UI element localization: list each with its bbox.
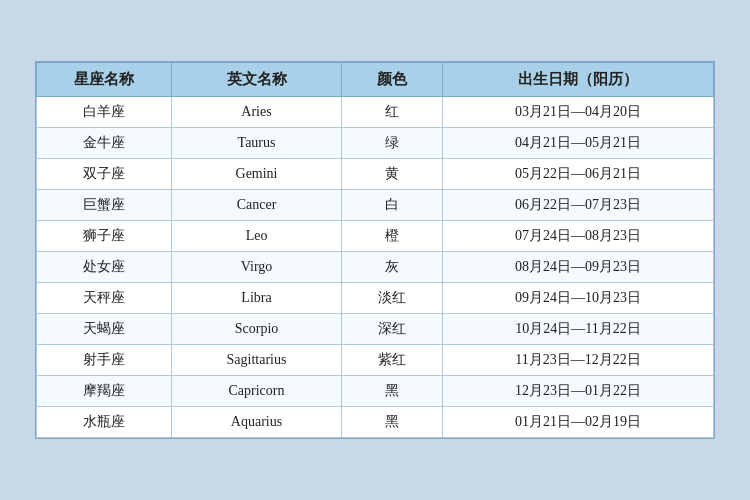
cell-color: 淡红 <box>341 283 443 314</box>
cell-english-name: Virgo <box>172 252 341 283</box>
cell-color: 红 <box>341 97 443 128</box>
cell-chinese-name: 双子座 <box>37 159 172 190</box>
cell-chinese-name: 射手座 <box>37 345 172 376</box>
cell-birthdate: 11月23日—12月22日 <box>443 345 714 376</box>
table-row: 天秤座Libra淡红09月24日—10月23日 <box>37 283 714 314</box>
table-row: 天蝎座Scorpio深红10月24日—11月22日 <box>37 314 714 345</box>
cell-color: 绿 <box>341 128 443 159</box>
cell-chinese-name: 狮子座 <box>37 221 172 252</box>
table-row: 水瓶座Aquarius黑01月21日—02月19日 <box>37 407 714 438</box>
zodiac-table-container: 星座名称 英文名称 颜色 出生日期（阳历） 白羊座Aries红03月21日—04… <box>35 61 715 439</box>
cell-color: 白 <box>341 190 443 221</box>
cell-birthdate: 05月22日—06月21日 <box>443 159 714 190</box>
table-row: 巨蟹座Cancer白06月22日—07月23日 <box>37 190 714 221</box>
cell-birthdate: 03月21日—04月20日 <box>443 97 714 128</box>
table-row: 白羊座Aries红03月21日—04月20日 <box>37 97 714 128</box>
cell-birthdate: 12月23日—01月22日 <box>443 376 714 407</box>
cell-color: 橙 <box>341 221 443 252</box>
table-row: 射手座Sagittarius紫红11月23日—12月22日 <box>37 345 714 376</box>
cell-color: 黄 <box>341 159 443 190</box>
cell-chinese-name: 金牛座 <box>37 128 172 159</box>
header-chinese-name: 星座名称 <box>37 63 172 97</box>
header-birthdate: 出生日期（阳历） <box>443 63 714 97</box>
cell-color: 黑 <box>341 407 443 438</box>
header-english-name: 英文名称 <box>172 63 341 97</box>
cell-english-name: Leo <box>172 221 341 252</box>
cell-chinese-name: 摩羯座 <box>37 376 172 407</box>
cell-color: 黑 <box>341 376 443 407</box>
cell-color: 紫红 <box>341 345 443 376</box>
cell-chinese-name: 处女座 <box>37 252 172 283</box>
cell-english-name: Capricorn <box>172 376 341 407</box>
cell-birthdate: 10月24日—11月22日 <box>443 314 714 345</box>
cell-english-name: Taurus <box>172 128 341 159</box>
cell-birthdate: 06月22日—07月23日 <box>443 190 714 221</box>
header-color: 颜色 <box>341 63 443 97</box>
cell-birthdate: 08月24日—09月23日 <box>443 252 714 283</box>
table-row: 摩羯座Capricorn黑12月23日—01月22日 <box>37 376 714 407</box>
cell-english-name: Aries <box>172 97 341 128</box>
table-row: 金牛座Taurus绿04月21日—05月21日 <box>37 128 714 159</box>
zodiac-table: 星座名称 英文名称 颜色 出生日期（阳历） 白羊座Aries红03月21日—04… <box>36 62 714 438</box>
table-row: 处女座Virgo灰08月24日—09月23日 <box>37 252 714 283</box>
cell-birthdate: 07月24日—08月23日 <box>443 221 714 252</box>
cell-birthdate: 09月24日—10月23日 <box>443 283 714 314</box>
cell-english-name: Libra <box>172 283 341 314</box>
cell-chinese-name: 白羊座 <box>37 97 172 128</box>
cell-chinese-name: 天秤座 <box>37 283 172 314</box>
cell-color: 深红 <box>341 314 443 345</box>
cell-birthdate: 01月21日—02月19日 <box>443 407 714 438</box>
table-row: 双子座Gemini黄05月22日—06月21日 <box>37 159 714 190</box>
cell-english-name: Cancer <box>172 190 341 221</box>
cell-english-name: Gemini <box>172 159 341 190</box>
cell-chinese-name: 水瓶座 <box>37 407 172 438</box>
cell-english-name: Aquarius <box>172 407 341 438</box>
table-row: 狮子座Leo橙07月24日—08月23日 <box>37 221 714 252</box>
table-header-row: 星座名称 英文名称 颜色 出生日期（阳历） <box>37 63 714 97</box>
cell-birthdate: 04月21日—05月21日 <box>443 128 714 159</box>
cell-chinese-name: 天蝎座 <box>37 314 172 345</box>
cell-english-name: Scorpio <box>172 314 341 345</box>
cell-chinese-name: 巨蟹座 <box>37 190 172 221</box>
cell-color: 灰 <box>341 252 443 283</box>
cell-english-name: Sagittarius <box>172 345 341 376</box>
